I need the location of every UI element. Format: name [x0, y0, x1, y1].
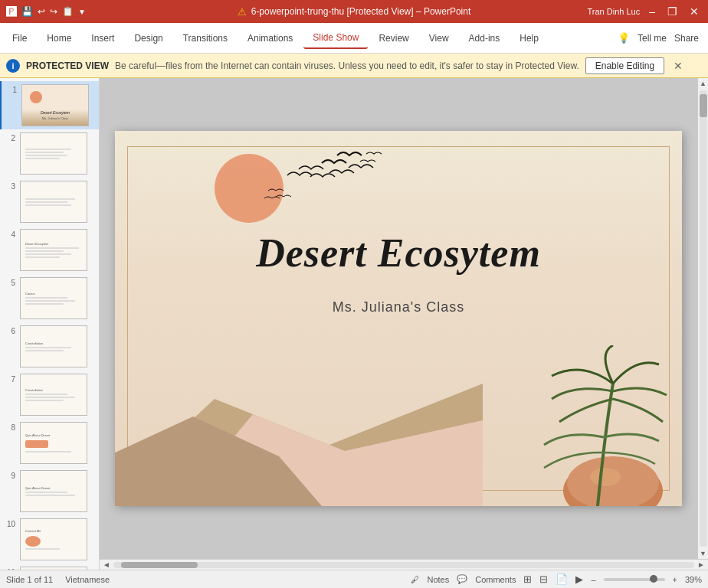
share-button[interactable]: Share — [674, 33, 699, 44]
tab-addins[interactable]: Add-ins — [460, 28, 510, 48]
tab-design[interactable]: Design — [125, 28, 172, 48]
scroll-right-arrow[interactable]: ► — [696, 560, 706, 569]
right-scrollbar[interactable]: ▲ ▼ — [697, 78, 708, 559]
window-minimize-button[interactable]: – — [646, 5, 658, 18]
status-bar-right: 🖋 Notes 💬 Comments ⊞ ⊟ 📄 ▶ – + 39% — [411, 573, 702, 585]
powerpoint-logo-icon: 🅿 — [6, 5, 17, 18]
slide-thumbnail-9[interactable]: Quiz About Desert — [20, 470, 87, 512]
slide-thumb-3[interactable]: 3 — [0, 178, 99, 226]
slide-thumbnail-5[interactable]: Cactus — [20, 277, 87, 319]
protected-view-label: PROTECTED VIEW — [26, 60, 109, 71]
thumb-line — [25, 397, 75, 398]
tab-animations[interactable]: Animations — [238, 28, 302, 48]
quick-access-redo[interactable]: ↪ — [50, 6, 57, 17]
zoom-slider[interactable] — [604, 578, 665, 581]
quick-access-dropdown[interactable]: ▼ — [78, 8, 86, 16]
language-indicator: Vietnamese — [65, 575, 110, 584]
slide-thumb-10[interactable]: 10 Contact Me — [0, 515, 99, 564]
scroll-left-arrow[interactable]: ◄ — [101, 560, 112, 569]
protected-view-bar: i PROTECTED VIEW Be careful—files from t… — [0, 54, 708, 78]
protected-view-message: Be careful—files from the Internet can c… — [115, 60, 579, 71]
right-scroll-thumb[interactable] — [700, 94, 707, 117]
quick-access-save[interactable]: 💾 — [21, 6, 33, 17]
tab-slideshow[interactable]: Slide Show — [303, 28, 368, 49]
slide-num-4: 4 — [5, 229, 15, 239]
slide-thumbnail-8[interactable]: Quiz About Desert — [20, 422, 87, 464]
bottom-scrollbar[interactable]: ◄ ► — [100, 559, 708, 570]
thumb-line — [25, 300, 75, 302]
tab-view[interactable]: View — [420, 28, 458, 48]
close-protected-bar-button[interactable]: ✕ — [670, 60, 686, 72]
slide-thumb-1[interactable]: 1 Desert Ecosytem Ms. Juliana's Class — [0, 81, 99, 129]
slide-thumb-5[interactable]: 5 Cactus — [0, 274, 99, 322]
thumb-line — [25, 303, 64, 305]
slide-num-8: 8 — [5, 422, 15, 432]
reading-view-icon[interactable]: 📄 — [556, 573, 568, 585]
window-restore-button[interactable]: ❐ — [664, 5, 680, 18]
tab-file[interactable]: File — [3, 28, 36, 48]
slide-num-5: 5 — [5, 277, 15, 287]
main-area: 1 Desert Ecosytem Ms. Juliana's Class 2 … — [0, 78, 708, 570]
thumb-line — [25, 492, 67, 493]
slide-num-9: 9 — [5, 470, 15, 480]
birds-silhouette — [264, 152, 382, 198]
slide-thumbnail-2[interactable] — [20, 132, 87, 175]
thumb-line — [25, 250, 64, 252]
thumb-line — [25, 495, 75, 496]
slide-thumbnail-4[interactable]: Desert Ecosytem — [20, 229, 87, 271]
tab-home[interactable]: Home — [38, 28, 80, 48]
enable-editing-button[interactable]: Enable Editing — [585, 57, 664, 74]
thumb-line — [25, 198, 75, 200]
slide-thumb-8[interactable]: 8 Quiz About Desert — [0, 419, 99, 467]
slide-thumb-6[interactable]: 6 Constellation — [0, 322, 99, 371]
lightbulb-icon: 💡 — [618, 32, 630, 44]
scroll-track[interactable] — [113, 562, 694, 568]
slide-thumbnail-6[interactable]: Constellation — [20, 325, 87, 368]
notes-button[interactable]: Notes — [427, 575, 449, 584]
slide-num-2: 2 — [5, 132, 15, 142]
notes-icon[interactable]: 🖋 — [411, 575, 419, 584]
thumb-line — [25, 451, 71, 452]
scroll-down-arrow[interactable]: ▼ — [700, 550, 706, 557]
tab-transitions[interactable]: Transitions — [174, 28, 237, 48]
thumb-line — [25, 253, 71, 255]
normal-view-icon[interactable]: ⊞ — [523, 573, 532, 585]
quick-access-undo[interactable]: ↩ — [38, 6, 45, 17]
comments-button[interactable]: Comments — [475, 575, 516, 584]
zoom-thumb[interactable] — [650, 575, 657, 583]
thumb-line — [25, 158, 60, 159]
canvas-main-row: Desert Ecosytem Ms. Juliana's Class — [100, 78, 708, 559]
tell-me-text[interactable]: Tell me — [638, 33, 667, 44]
slide-thumbnail-1[interactable]: Desert Ecosytem Ms. Juliana's Class — [21, 84, 89, 126]
slide-thumbnail-7[interactable]: Constellation — [20, 374, 87, 416]
scroll-up-arrow[interactable]: ▲ — [700, 80, 706, 87]
slide-sorter-icon[interactable]: ⊟ — [539, 573, 548, 585]
user-name: Tran Dinh Luc — [588, 7, 641, 16]
slide-info: Slide 1 of 11 — [6, 575, 53, 584]
zoom-plus-button[interactable]: + — [673, 575, 677, 584]
slide-thumbnail-3[interactable] — [20, 181, 87, 223]
slide-thumb-2[interactable]: 2 — [0, 129, 99, 178]
window-close-button[interactable]: ✕ — [687, 5, 702, 18]
zoom-minus-button[interactable]: – — [591, 575, 595, 584]
slideshow-icon[interactable]: ▶ — [575, 573, 583, 585]
slide-thumbnail-11[interactable] — [20, 567, 87, 570]
scroll-thumb[interactable] — [121, 562, 198, 568]
status-bar: Slide 1 of 11 Vietnamese 🖋 Notes 💬 Comme… — [0, 570, 708, 588]
title-bar-controls: Tran Dinh Luc – ❐ ✕ — [588, 5, 702, 18]
tab-help[interactable]: Help — [510, 28, 548, 48]
slide-thumb-9[interactable]: 9 Quiz About Desert — [0, 467, 99, 515]
tab-insert[interactable]: Insert — [82, 28, 123, 48]
thumb-line — [25, 201, 67, 203]
comments-icon[interactable]: 💬 — [457, 574, 467, 584]
slide-thumb-4[interactable]: 4 Desert Ecosytem — [0, 226, 99, 274]
tab-review[interactable]: Review — [369, 28, 418, 48]
slide-thumb-7[interactable]: 7 Constellation — [0, 371, 99, 419]
quick-access-clipboard[interactable]: 📋 — [62, 6, 74, 17]
thumb-line — [25, 347, 71, 348]
slide-thumb-11[interactable]: 11 — [0, 564, 99, 570]
slide-subtitle: Ms. Juliana's Class — [115, 299, 682, 315]
thumb-line — [25, 149, 71, 150]
slide-thumbnail-10[interactable]: Contact Me — [20, 518, 87, 560]
canvas-right-wrap: Desert Ecosytem Ms. Juliana's Class — [100, 78, 708, 570]
